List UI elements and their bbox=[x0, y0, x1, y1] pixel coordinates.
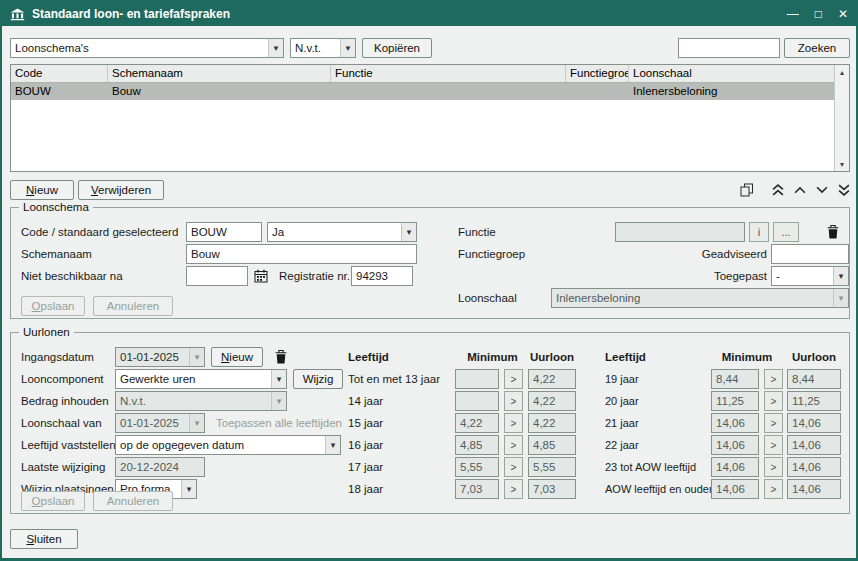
copy-minimum-button[interactable]: > bbox=[504, 413, 523, 433]
niet-beschikbaar-label: Niet beschikbaar na bbox=[21, 266, 123, 286]
toegepast-select[interactable]: - ▾ bbox=[771, 266, 849, 286]
copy-minimum-button[interactable]: > bbox=[504, 435, 523, 455]
copy-minimum-button[interactable]: > bbox=[764, 457, 783, 477]
age-label: 16 jaar bbox=[348, 435, 383, 455]
column-header-leeftijd: Leeftijd bbox=[605, 347, 646, 367]
loonschema-group: Loonschema Code / standaard geselecteerd… bbox=[10, 207, 850, 319]
calendar-button[interactable] bbox=[251, 266, 271, 286]
registratie-input[interactable] bbox=[351, 266, 413, 286]
bedrag-inhouden-select: N.v.t. ▾ bbox=[115, 391, 287, 411]
minimize-button[interactable]: — bbox=[787, 8, 799, 20]
loonschaal-select: Inlenersbeloning ▾ bbox=[551, 288, 849, 308]
uurloon-input[interactable] bbox=[787, 369, 841, 389]
leeftijd-vaststellen-select[interactable]: op de opgegeven datum ▾ bbox=[115, 435, 341, 455]
looncomponent-select[interactable]: Gewerkte uren ▾ bbox=[115, 369, 287, 389]
copy-minimum-button[interactable]: > bbox=[764, 435, 783, 455]
chevron-down-icon: ▾ bbox=[181, 480, 196, 498]
close-button[interactable]: ✕ bbox=[838, 8, 848, 20]
uurloon-input[interactable] bbox=[787, 413, 841, 433]
chevron-down-icon: ▾ bbox=[271, 392, 286, 410]
copy-minimum-button[interactable]: > bbox=[764, 369, 783, 389]
copy-minimum-button[interactable]: > bbox=[764, 479, 783, 499]
maximize-button[interactable]: □ bbox=[815, 8, 822, 20]
copy-minimum-button[interactable]: > bbox=[504, 457, 523, 477]
window: Standaard loon- en tariefafspraken — □ ✕… bbox=[0, 0, 858, 561]
uurloon-input[interactable] bbox=[528, 391, 576, 411]
search-input[interactable] bbox=[678, 38, 780, 58]
schema-type-select[interactable]: Loonschema's ▾ bbox=[10, 38, 284, 58]
uurloon-input[interactable] bbox=[787, 479, 841, 499]
leeftijd-vaststellen-label: Leeftijd vaststellen bbox=[21, 435, 116, 455]
registratie-label: Registratie nr. bbox=[279, 266, 350, 286]
scroll-down-button[interactable]: ▾ bbox=[835, 157, 849, 171]
uurloon-input[interactable] bbox=[528, 435, 576, 455]
ingangsdatum-select[interactable]: 01-01-2025 ▾ bbox=[115, 347, 205, 367]
minimum-input bbox=[455, 369, 499, 389]
uurloon-input[interactable] bbox=[528, 457, 576, 477]
wijzig-button[interactable]: Wijzig bbox=[293, 369, 343, 389]
chevron-down-icon: ▾ bbox=[268, 39, 283, 57]
functie-info-button[interactable]: i bbox=[749, 222, 769, 242]
age-label: 22 jaar bbox=[605, 435, 639, 455]
table-cell-code: BOUW bbox=[11, 83, 108, 100]
save-uurlonen-button: Opslaan bbox=[21, 491, 85, 511]
move-bottom-button[interactable] bbox=[834, 180, 854, 200]
move-up-button[interactable] bbox=[790, 180, 810, 200]
column-header-functiegroep: Functiegroep bbox=[566, 65, 629, 82]
age-label: 14 jaar bbox=[348, 391, 383, 411]
column-header-minimum: Minimum bbox=[455, 347, 530, 367]
standaard-select[interactable]: Ja ▾ bbox=[267, 222, 417, 242]
chevron-down-icon: ▾ bbox=[189, 348, 204, 366]
column-header-schemanaam: Schemanaam bbox=[108, 65, 331, 82]
uurloon-input[interactable] bbox=[528, 369, 576, 389]
loonschaal-label: Loonschaal bbox=[458, 288, 517, 308]
chevron-down-icon: ▾ bbox=[833, 267, 848, 285]
schemanaam-input[interactable] bbox=[186, 244, 417, 264]
minimum-input bbox=[455, 413, 499, 433]
new-date-button[interactable]: Nieuw bbox=[211, 347, 263, 367]
copy-minimum-button[interactable]: > bbox=[764, 413, 783, 433]
geadviseerd-input[interactable] bbox=[771, 244, 849, 264]
looncomponent-label: Looncomponent bbox=[21, 369, 103, 389]
new-schema-button[interactable]: Nieuw bbox=[10, 180, 74, 200]
copy-minimum-button[interactable]: > bbox=[764, 391, 783, 411]
save-schema-button: Opslaan bbox=[21, 296, 85, 316]
age-label: Tot en met 13 jaar bbox=[348, 369, 440, 389]
functie-input bbox=[615, 222, 745, 242]
uurloon-input[interactable] bbox=[528, 413, 576, 433]
move-down-button[interactable] bbox=[812, 180, 832, 200]
age-label: 20 jaar bbox=[605, 391, 639, 411]
minimum-input bbox=[455, 457, 499, 477]
functie-delete-button[interactable] bbox=[817, 222, 849, 242]
laatste-wijziging-input bbox=[115, 457, 205, 477]
cancel-uurlonen-button: Annuleren bbox=[93, 491, 173, 511]
chevron-down-icon: ▾ bbox=[271, 370, 286, 388]
delete-schema-button[interactable]: Verwijderen bbox=[78, 180, 164, 200]
uurloon-input[interactable] bbox=[787, 391, 841, 411]
functie-browse-button[interactable]: ... bbox=[773, 222, 799, 242]
table-row[interactable]: BOUW Bouw Inlenersbeloning bbox=[11, 83, 849, 100]
scroll-up-button[interactable]: ▴ bbox=[835, 65, 849, 79]
app-icon bbox=[10, 8, 25, 21]
vertical-scrollbar[interactable]: ▴ ▾ bbox=[834, 65, 849, 171]
search-button[interactable]: Zoeken bbox=[784, 38, 850, 58]
uurloon-input[interactable] bbox=[787, 435, 841, 455]
duplicate-pages-icon bbox=[740, 183, 753, 197]
ingangsdatum-label: Ingangsdatum bbox=[21, 347, 94, 367]
close-window-button[interactable]: Sluiten bbox=[10, 529, 78, 549]
duplicate-row-button[interactable] bbox=[736, 180, 756, 200]
delete-date-button[interactable] bbox=[269, 347, 293, 367]
copy-schema-button[interactable]: Kopiëren bbox=[362, 38, 432, 58]
move-top-button[interactable] bbox=[768, 180, 788, 200]
minimum-input bbox=[455, 479, 499, 499]
uurloon-input[interactable] bbox=[528, 479, 576, 499]
minimum-input bbox=[711, 457, 759, 477]
niet-beschikbaar-input[interactable] bbox=[186, 266, 248, 286]
code-input[interactable] bbox=[186, 222, 262, 242]
copy-minimum-button[interactable]: > bbox=[504, 479, 523, 499]
copy-minimum-button[interactable]: > bbox=[504, 369, 523, 389]
column-header-functie: Functie bbox=[331, 65, 566, 82]
copy-minimum-button[interactable]: > bbox=[504, 391, 523, 411]
filter-select[interactable]: N.v.t. ▾ bbox=[290, 38, 356, 58]
uurloon-input[interactable] bbox=[787, 457, 841, 477]
